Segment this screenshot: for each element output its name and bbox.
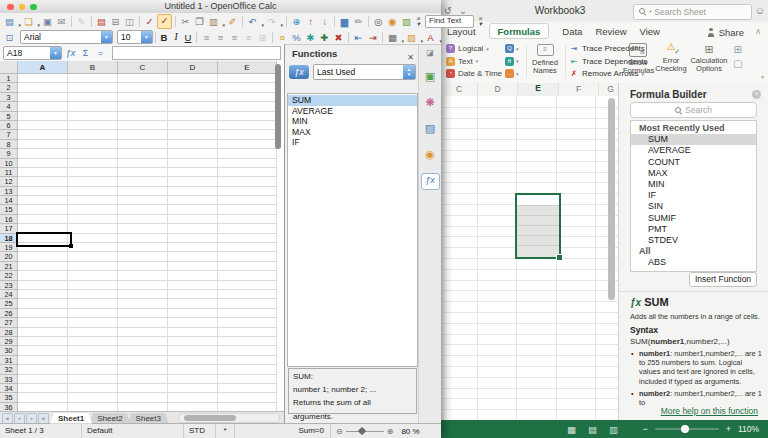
cell-A13[interactable] (18, 187, 68, 196)
cell-C2[interactable] (118, 83, 168, 92)
row-header-8[interactable]: 8 (0, 140, 18, 149)
cell-D16[interactable] (168, 215, 218, 224)
cell-D31[interactable] (168, 356, 218, 365)
cell-A15[interactable] (18, 205, 68, 214)
column-header-C[interactable]: C (118, 61, 168, 74)
cell-A11[interactable] (18, 168, 68, 177)
cell-D35[interactable] (168, 393, 218, 402)
cell-E20[interactable] (218, 252, 277, 261)
row-header-5[interactable]: 5 (0, 112, 18, 121)
formula-search-input[interactable]: Search (630, 102, 757, 118)
gallery-icon[interactable]: ▨ (400, 15, 413, 28)
cell-D15[interactable] (168, 205, 218, 214)
calculation-options-button[interactable]: ⊞ Calculation Options (689, 43, 729, 73)
find-toolbar-overflow-button[interactable]: »▾ (475, 16, 486, 27)
cell-E3[interactable] (218, 93, 277, 102)
function-item-sin[interactable]: SIN (631, 201, 756, 212)
row-header-32[interactable]: 32 (0, 365, 18, 374)
cell-E18[interactable] (218, 234, 277, 243)
cell-D11[interactable] (168, 168, 218, 177)
cell-D20[interactable] (168, 252, 218, 261)
zoom-percentage[interactable]: 110% (738, 424, 763, 434)
cell-A30[interactable] (18, 346, 68, 355)
excel-titlebar[interactable]: ↺⌄ Workbook3 ▾ Search Sheet ☺ (441, 0, 768, 23)
cell-E9[interactable] (218, 149, 277, 158)
copy-icon[interactable]: ❐ (193, 15, 206, 28)
cell-E22[interactable] (218, 271, 277, 280)
column-header-B[interactable]: B (68, 61, 118, 74)
function-item-max[interactable]: MAX (288, 127, 417, 138)
cell-D1[interactable] (168, 74, 218, 83)
cell-D2[interactable] (168, 83, 218, 92)
function-item-average[interactable]: AVERAGE (631, 145, 756, 156)
zoom-out-icon[interactable]: ⊖ (336, 425, 343, 438)
cell-A32[interactable] (18, 365, 68, 374)
font-name-combo[interactable]: Arial ▾ (20, 30, 113, 44)
cell-C22[interactable] (118, 271, 168, 280)
cell-D30[interactable] (168, 346, 218, 355)
cell-C34[interactable] (118, 384, 168, 393)
paste-icon[interactable]: ▥▾ (207, 15, 220, 28)
function-item-count[interactable]: COUNT (631, 157, 756, 168)
zoom-in-icon[interactable]: ⊕ (387, 425, 394, 438)
logical-menu[interactable]: ?Logical▾ (446, 43, 508, 56)
last-sheet-button[interactable]: » (38, 413, 49, 424)
cell-E33[interactable] (218, 375, 277, 384)
cell-A6[interactable] (18, 121, 68, 130)
chart-icon[interactable]: ▆ (338, 15, 351, 28)
calc-vertical-scrollbar[interactable] (275, 64, 281, 149)
cell-D6[interactable] (168, 121, 218, 130)
function-item-if[interactable]: IF (288, 137, 417, 148)
cell-C15[interactable] (118, 205, 168, 214)
row-header-35[interactable]: 35 (0, 393, 18, 402)
cell-B23[interactable] (68, 281, 118, 290)
row-header-27[interactable]: 27 (0, 318, 18, 327)
cell-D26[interactable] (168, 309, 218, 318)
cell-B21[interactable] (68, 262, 118, 271)
calc-horizontal-scrollbar[interactable] (178, 413, 280, 423)
cell-E26[interactable] (218, 309, 277, 318)
tab-formulas[interactable]: Formulas (489, 23, 550, 39)
sum-status[interactable]: Sum=0 (235, 424, 331, 438)
fill-handle[interactable] (69, 244, 73, 248)
column-header-A[interactable]: A (18, 61, 68, 74)
cell-E35[interactable] (218, 393, 277, 402)
cell-C5[interactable] (118, 112, 168, 121)
sheet-tab-sheet2[interactable]: Sheet2 (89, 413, 130, 424)
align-right-icon[interactable]: ≡ (228, 31, 241, 44)
cell-C29[interactable] (118, 337, 168, 346)
excel-vertical-scrollbar[interactable] (608, 98, 615, 300)
draw-functions-icon[interactable]: ✏ (352, 15, 365, 28)
cell-B10[interactable] (68, 159, 118, 168)
sort-ascending-icon[interactable]: ↑ (304, 15, 317, 28)
combo-dropdown-button[interactable]: ▾ (141, 31, 152, 43)
delete-decimal-icon[interactable]: ✖ (332, 31, 345, 44)
cell-E27[interactable] (218, 318, 277, 327)
more-functions-icon-button[interactable]: …▾ (505, 68, 519, 81)
column-header-D[interactable]: D (478, 83, 518, 96)
cell-E24[interactable] (218, 290, 277, 299)
row-header-10[interactable]: 10 (0, 159, 18, 168)
row-header-14[interactable]: 14 (0, 196, 18, 205)
export-pdf-icon[interactable]: ▤ (95, 15, 108, 28)
cell-E28[interactable] (218, 328, 277, 337)
cell-A2[interactable] (18, 83, 68, 92)
cell-D10[interactable] (168, 159, 218, 168)
cell-C4[interactable] (118, 102, 168, 111)
category-spinner[interactable]: ▲▼ (403, 65, 415, 79)
cell-B8[interactable] (68, 140, 118, 149)
align-center-icon[interactable]: ≡ (214, 31, 227, 44)
function-item-sumif[interactable]: SUMIF (631, 213, 756, 224)
cell-C25[interactable] (118, 299, 168, 308)
first-sheet-button[interactable]: « (2, 413, 13, 424)
previous-sheet-button[interactable]: ‹ (14, 413, 25, 424)
column-header-F[interactable]: F (559, 83, 599, 96)
function-item-max[interactable]: MAX (631, 168, 756, 179)
font-color-icon[interactable]: A▾ (424, 31, 437, 44)
sheet-tab-sheet1[interactable]: Sheet1 (50, 413, 92, 424)
styles-window-icon[interactable]: ⊡ (3, 31, 16, 44)
ribbon-extra-icon-2[interactable]: ▢ (733, 58, 742, 69)
error-checking-button[interactable]: ⚠ ✓ Error Checking (655, 43, 687, 73)
cell-B5[interactable] (68, 112, 118, 121)
cell-C30[interactable] (118, 346, 168, 355)
